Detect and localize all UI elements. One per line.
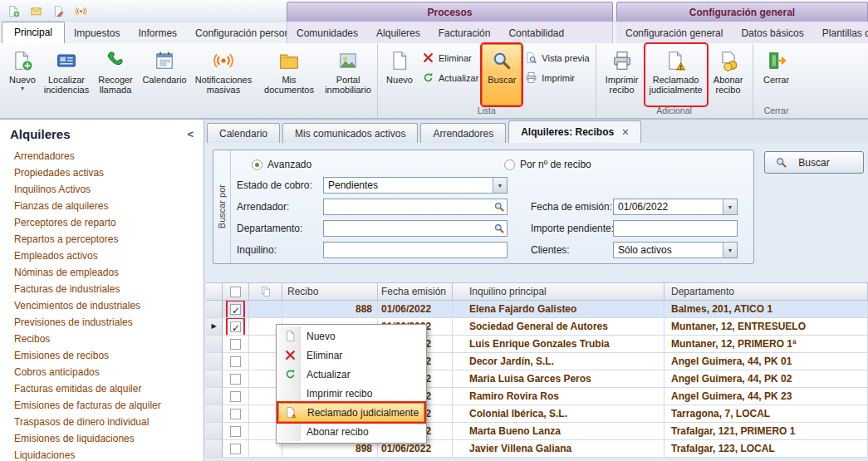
chevron-down-icon[interactable]: ▼	[723, 199, 737, 214]
row-checkbox[interactable]	[230, 426, 241, 437]
sidebar-item-liquidaciones[interactable]: Liquidaciones	[0, 447, 204, 461]
search-icon[interactable]	[492, 222, 506, 235]
sidebar-item-inquilinos-activos[interactable]: Inquilinos Activos	[0, 181, 204, 198]
abonar-recibo-button[interactable]: Abonar recibo	[707, 44, 750, 105]
doc-tab-alquileres-recibos[interactable]: Alquileres: Recibos ✕	[508, 120, 641, 143]
sidebar-item-perceptores[interactable]: Perceptores de reparto	[0, 214, 204, 231]
sidebar-item-previsiones[interactable]: Previsiones de industriales	[0, 314, 204, 331]
sidebar-item-facturas-industriales[interactable]: Facturas de industriales	[0, 281, 204, 297]
row-checkbox-cell[interactable]	[223, 301, 249, 318]
nuevo-lista-button[interactable]: Nuevo	[380, 44, 419, 105]
sidebar-collapse-icon[interactable]: <	[187, 128, 194, 140]
row-checkbox-cell[interactable]	[223, 370, 249, 388]
departamento-input[interactable]	[323, 220, 508, 237]
close-icon[interactable]: ✕	[621, 127, 629, 138]
doc-tab-comunicados[interactable]: Mis comunicados activos	[282, 123, 418, 143]
sidebar-item-repartos[interactable]: Repartos a perceptores	[0, 231, 204, 248]
doc-tab-arrendadores[interactable]: Arrendadores	[420, 123, 506, 143]
row-checkbox[interactable]	[230, 304, 241, 315]
recoger-llamada-button[interactable]: Recoger llamada	[92, 44, 139, 105]
fecha-emision-combo[interactable]: 01/06/2022▼	[613, 199, 738, 215]
table-row[interactable]: 888 01/06/2022 Elena Fajardo Galisteo Ba…	[206, 301, 868, 318]
actualizar-button[interactable]: Actualizar	[419, 71, 482, 85]
reclamado-judicialmente-button[interactable]: Reclamado judicialmente	[645, 44, 707, 105]
row-selector[interactable]	[206, 405, 223, 423]
row-selector[interactable]	[206, 440, 223, 458]
estado-cobro-combo[interactable]: Pendientes▼	[323, 177, 508, 194]
pages-icon[interactable]	[249, 282, 282, 301]
row-checkbox[interactable]	[230, 409, 241, 419]
row-checkbox[interactable]	[230, 356, 241, 367]
row-checkbox[interactable]	[230, 339, 241, 350]
tab-facturacion[interactable]: Facturación	[429, 23, 500, 43]
sidebar-item-vencimientos[interactable]: Vencimientos de industriales	[0, 297, 204, 314]
edit-document-icon[interactable]	[50, 2, 66, 19]
row-selector[interactable]	[206, 336, 223, 353]
header-checkbox[interactable]	[223, 282, 249, 301]
buscar-button[interactable]: Buscar	[482, 44, 522, 105]
row-checkbox[interactable]	[230, 391, 241, 402]
sidebar-item-arrendadores[interactable]: Arrendadores	[0, 148, 204, 164]
radio-button-icon[interactable]	[504, 159, 515, 170]
sidebar-item-empleados[interactable]: Empleados activos	[0, 248, 204, 264]
tab-impuestos[interactable]: Impuestos	[65, 23, 129, 43]
row-selector[interactable]	[206, 388, 223, 405]
row-selector[interactable]	[206, 353, 223, 370]
row-checkbox-cell[interactable]	[223, 353, 249, 370]
chevron-down-icon[interactable]: ▼	[493, 178, 507, 193]
tab-datos-basicos[interactable]: Datos básicos	[732, 23, 812, 43]
cerrar-button[interactable]: Cerrar	[756, 44, 797, 105]
row-checkbox[interactable]	[230, 444, 241, 454]
menu-item-abonar-recibo[interactable]: Abonar recibo	[278, 422, 424, 441]
sidebar-item-cobros-anticipados[interactable]: Cobros anticipados	[0, 364, 204, 380]
header-fecha-emision[interactable]: Fecha emisión	[378, 282, 453, 301]
row-checkbox-cell[interactable]	[223, 388, 249, 405]
arrendador-input[interactable]	[323, 199, 508, 215]
radio-avanzado[interactable]: Avanzado	[252, 159, 311, 170]
menu-item-actualizar[interactable]: Actualizar	[278, 365, 424, 384]
row-selector[interactable]	[206, 370, 223, 388]
sidebar-item-propiedades-activas[interactable]: Propiedades activas	[0, 164, 204, 181]
menu-item-eliminar[interactable]: Eliminar	[278, 346, 424, 365]
row-selector[interactable]	[206, 301, 223, 318]
imprimir-button[interactable]: Imprimir	[522, 71, 592, 85]
notificaciones-masivas-button[interactable]: Notificaciones masivas	[190, 44, 257, 105]
header-inquilino-principal[interactable]: Inquilino principal	[453, 282, 664, 301]
sidebar-item-emisiones-facturas[interactable]: Emisiones de facturas de alquiler	[0, 397, 204, 414]
vista-previa-button[interactable]: Vista previa	[522, 51, 592, 65]
radio-por-numero[interactable]: Por nº de recibo	[504, 159, 591, 170]
row-checkbox[interactable]	[230, 321, 241, 332]
sidebar-item-facturas-emitidas[interactable]: Facturas emitidas de alquiler	[0, 380, 204, 397]
tab-configuracion-general[interactable]: Configuración general	[616, 23, 732, 43]
sidebar-item-traspasos[interactable]: Traspasos de dinero individual	[0, 414, 204, 430]
mail-icon[interactable]	[27, 2, 44, 19]
menu-item-nuevo[interactable]: Nuevo	[278, 326, 424, 346]
sidebar-item-nominas[interactable]: Nóminas de empleados	[0, 264, 204, 281]
row-checkbox-cell[interactable]	[223, 405, 249, 423]
eliminar-button[interactable]: Eliminar	[419, 51, 482, 65]
clientes-combo[interactable]: Sólo activos▼	[613, 242, 738, 258]
row-checkbox-cell[interactable]	[223, 440, 249, 458]
row-selector[interactable]	[206, 423, 223, 440]
imprimir-recibo-button[interactable]: Imprimir recibo	[599, 44, 645, 105]
portal-inmobiliario-button[interactable]: Portal inmobiliario	[321, 44, 375, 105]
row-checkbox-cell[interactable]	[223, 423, 249, 440]
tab-informes[interactable]: Informes	[129, 23, 186, 43]
localizar-incidencias-button[interactable]: Localizar incidencias	[41, 44, 92, 105]
menu-item-reclamado-judicialmente[interactable]: Reclamado judicialmente	[278, 403, 424, 422]
sidebar-item-fianzas[interactable]: Fianzas de alquileres	[0, 198, 204, 214]
tab-comunidades[interactable]: Comunidades	[287, 23, 367, 43]
inquilino-input[interactable]	[323, 242, 508, 258]
sidebar-item-emisiones-recibos[interactable]: Emisiones de recibos	[0, 347, 204, 364]
tab-alquileres[interactable]: Alquileres	[367, 23, 429, 43]
row-checkbox[interactable]	[230, 374, 241, 385]
chevron-down-icon[interactable]: ▼	[723, 243, 737, 257]
mis-documentos-button[interactable]: Mis documentos	[257, 44, 321, 105]
menu-item-imprimir-recibo[interactable]: Imprimir recibo	[278, 384, 424, 403]
importe-pendiente-input[interactable]	[613, 220, 738, 237]
sidebar-item-emisiones-liquidaciones[interactable]: Emisiones de liquidaciones	[0, 430, 204, 447]
nuevo-button[interactable]: Nuevo ▾	[4, 44, 41, 105]
radio-button-icon[interactable]	[252, 159, 262, 170]
header-recibo[interactable]: Recibo	[282, 282, 378, 301]
row-checkbox-cell[interactable]	[223, 318, 249, 336]
